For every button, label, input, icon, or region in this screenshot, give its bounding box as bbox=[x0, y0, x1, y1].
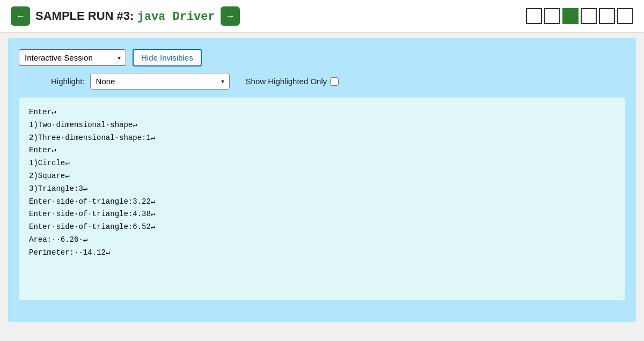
top-bar-left: ← SAMPLE RUN #3: java Driver → bbox=[11, 6, 240, 26]
grid-icons bbox=[526, 8, 633, 24]
sample-run-title: SAMPLE RUN #3: java Driver bbox=[35, 9, 215, 24]
output-line: Area:··6.26·↵ bbox=[29, 234, 615, 247]
show-highlighted-label: Show Highlighted Only bbox=[246, 77, 339, 86]
output-line: Enter↵ bbox=[29, 106, 615, 119]
title-code: java Driver bbox=[137, 10, 215, 24]
highlight-select[interactable]: None Inputs Outputs Both bbox=[90, 73, 230, 90]
grid-icon-2[interactable] bbox=[544, 8, 560, 24]
output-line: Enter·side·of·triangle:4.38↵ bbox=[29, 208, 615, 221]
highlight-row: Highlight: None Inputs Outputs Both ▾ Sh… bbox=[19, 73, 625, 90]
session-select-wrap: Interactive Session Standard Session ▾ bbox=[19, 49, 126, 66]
hide-invisibles-button[interactable]: Hide Invisibles bbox=[133, 49, 202, 66]
session-output: Enter↵1)Two·dimensional·shape↵2)Three·di… bbox=[19, 97, 625, 301]
grid-icon-5[interactable] bbox=[599, 8, 615, 24]
show-highlighted-checkbox[interactable] bbox=[330, 77, 339, 86]
grid-icon-1[interactable] bbox=[526, 8, 542, 24]
output-line: 3)Triangle:3↵ bbox=[29, 183, 615, 196]
output-line: 1)Circle↵ bbox=[29, 157, 615, 170]
next-button[interactable]: → bbox=[221, 6, 240, 26]
grid-icon-3[interactable] bbox=[562, 8, 579, 24]
grid-icon-4[interactable] bbox=[581, 8, 597, 24]
controls-row: Interactive Session Standard Session ▾ H… bbox=[19, 49, 625, 66]
output-line: 2)Square↵ bbox=[29, 170, 615, 183]
highlight-select-wrap: None Inputs Outputs Both ▾ bbox=[90, 73, 230, 90]
output-line: 1)Two·dimensional·shape↵ bbox=[29, 119, 615, 132]
main-content: Interactive Session Standard Session ▾ H… bbox=[8, 38, 636, 322]
output-line: 2)Three·dimensional·shape:1↵ bbox=[29, 132, 615, 145]
prev-button[interactable]: ← bbox=[11, 6, 30, 26]
output-line: Enter·side·of·triangle:3.22↵ bbox=[29, 196, 615, 209]
highlight-label: Highlight: bbox=[51, 77, 85, 86]
output-line: Perimeter:··14.12↵ bbox=[29, 247, 615, 260]
output-line: Enter·side·of·triangle:6.52↵ bbox=[29, 221, 615, 234]
session-select[interactable]: Interactive Session Standard Session bbox=[19, 49, 126, 66]
grid-icon-6[interactable] bbox=[617, 8, 633, 24]
show-highlighted-text: Show Highlighted Only bbox=[246, 77, 327, 86]
output-line: Enter↵ bbox=[29, 144, 615, 157]
top-bar: ← SAMPLE RUN #3: java Driver → bbox=[0, 0, 644, 33]
title-static: SAMPLE RUN #3: bbox=[35, 9, 137, 23]
